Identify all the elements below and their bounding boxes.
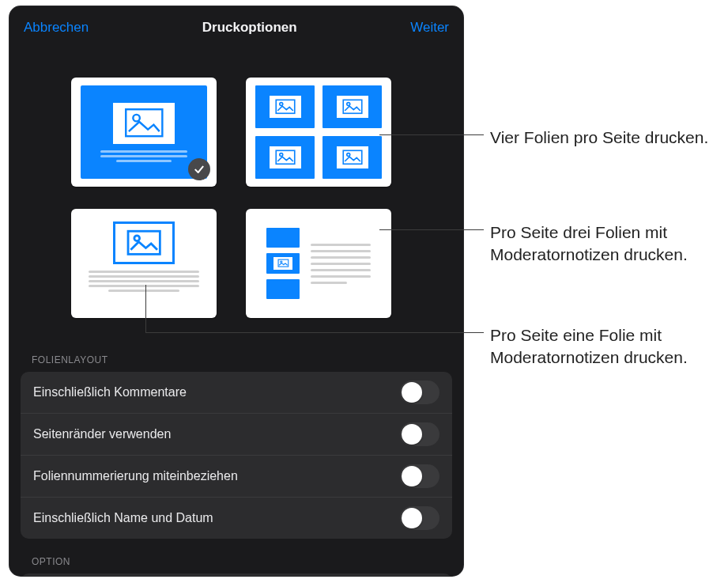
layout-option-single-with-notes[interactable] bbox=[71, 209, 217, 318]
row-label: Foliennummerierung miteinbeziehen bbox=[33, 469, 238, 483]
callout-four-slides: Vier Folien pro Seite drucken. bbox=[379, 127, 727, 149]
row-include-numbering: Foliennummerierung miteinbeziehen bbox=[21, 455, 452, 497]
panel-header: Abbrechen Druckoptionen Weiter bbox=[9, 6, 463, 49]
svg-rect-10 bbox=[128, 231, 160, 254]
svg-point-3 bbox=[279, 103, 282, 106]
section-label-option: OPTION bbox=[9, 539, 463, 574]
row-label: Einschließlich Kommentare bbox=[33, 385, 187, 399]
folienlayout-list: Einschließlich Kommentare Seitenränder v… bbox=[21, 372, 452, 539]
switch-include-numbering[interactable] bbox=[400, 464, 439, 488]
callout-text: Pro Seite eine Folie mit Moderatornotize… bbox=[490, 324, 727, 369]
row-include-comments: Einschließlich Kommentare bbox=[21, 372, 452, 413]
layout-option-three-with-notes[interactable] bbox=[246, 209, 391, 318]
switch-include-comments[interactable] bbox=[400, 380, 439, 404]
svg-point-9 bbox=[346, 153, 349, 157]
print-options-panel: Abbrechen Druckoptionen Weiter bbox=[9, 6, 463, 576]
svg-point-11 bbox=[134, 236, 140, 241]
option-list: Hintergründe drucken bbox=[21, 574, 452, 576]
row-use-margins: Seitenränder verwenden bbox=[21, 413, 452, 455]
callout-text: Vier Folien pro Seite drucken. bbox=[490, 127, 727, 149]
callout-single-with-notes: Pro Seite eine Folie mit Moderatornotize… bbox=[145, 332, 728, 369]
row-include-name-date: Einschließlich Name und Datum bbox=[21, 497, 452, 539]
row-label: Einschließlich Name und Datum bbox=[33, 511, 213, 525]
cancel-button[interactable]: Abbrechen bbox=[24, 20, 89, 36]
callout-text: Pro Seite drei Folien mit Moderatornotiz… bbox=[490, 221, 727, 267]
svg-rect-12 bbox=[278, 260, 289, 267]
callout-three-with-notes: Pro Seite drei Folien mit Moderatornotiz… bbox=[379, 221, 727, 267]
svg-rect-0 bbox=[126, 110, 162, 137]
row-label: Seitenränder verwenden bbox=[33, 427, 171, 441]
layout-option-single-slide[interactable] bbox=[71, 78, 217, 187]
svg-rect-8 bbox=[343, 151, 362, 165]
layout-options-grid bbox=[9, 49, 463, 337]
svg-point-7 bbox=[279, 153, 282, 157]
panel-title: Druckoptionen bbox=[202, 20, 297, 36]
svg-rect-4 bbox=[343, 100, 362, 114]
selected-check-icon bbox=[188, 158, 210, 180]
svg-rect-2 bbox=[276, 100, 295, 114]
svg-point-5 bbox=[346, 103, 349, 106]
switch-use-margins[interactable] bbox=[400, 422, 439, 446]
switch-include-name-date[interactable] bbox=[400, 506, 439, 530]
next-button[interactable]: Weiter bbox=[410, 20, 449, 36]
svg-point-1 bbox=[133, 115, 139, 121]
svg-point-13 bbox=[280, 261, 281, 263]
layout-option-four-slides[interactable] bbox=[246, 78, 391, 187]
row-print-backgrounds: Hintergründe drucken bbox=[21, 574, 452, 576]
svg-rect-6 bbox=[276, 151, 295, 165]
